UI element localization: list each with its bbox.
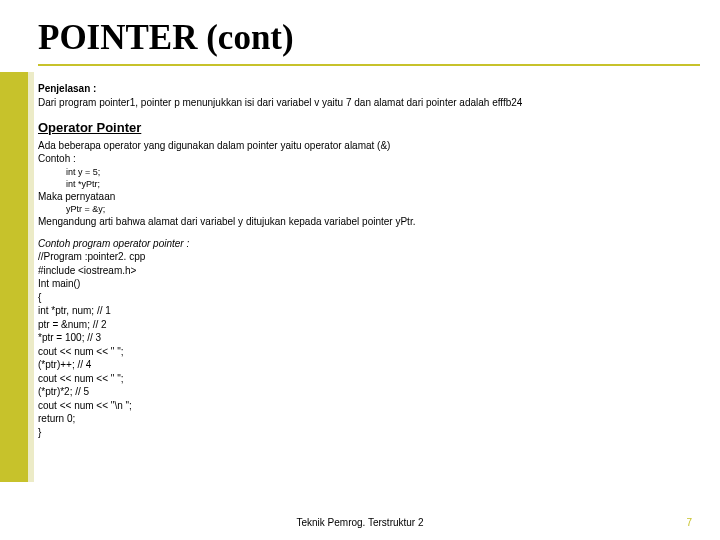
prog-line: #include <iostream.h>: [38, 264, 700, 278]
prog-line: *ptr = 100; // 3: [38, 331, 700, 345]
code-line-1: int y = 5;: [38, 166, 700, 178]
prog-line: {: [38, 291, 700, 305]
section-heading: Operator Pointer: [38, 119, 700, 137]
prog-line: int *ptr, num; // 1: [38, 304, 700, 318]
slide-content: POINTER (cont) Penjelasan : Dari program…: [38, 18, 700, 439]
prog-line: return 0;: [38, 412, 700, 426]
page-number: 7: [686, 517, 692, 528]
page-title: POINTER (cont): [38, 18, 700, 66]
maka-line: Maka pernyataan: [38, 190, 700, 204]
prog-line: cout << num << " ";: [38, 345, 700, 359]
code-line-2: int *yPtr;: [38, 178, 700, 190]
prog-line: }: [38, 426, 700, 440]
prog-line: cout << num << " ";: [38, 372, 700, 386]
program-label: Contoh program operator pointer :: [38, 237, 700, 251]
prog-line: cout << num << "\n ";: [38, 399, 700, 413]
footer-center: Teknik Pemrog. Terstruktur 2: [0, 517, 720, 528]
prog-line: //Program :pointer2. cpp: [38, 250, 700, 264]
prog-line: Int main(): [38, 277, 700, 291]
meaning-line: Mengandung arti bahwa alamat dari variab…: [38, 215, 700, 229]
body-text: Penjelasan : Dari program pointer1, poin…: [38, 82, 700, 439]
prog-line: (*ptr)++; // 4: [38, 358, 700, 372]
penjelasan-label: Penjelasan :: [38, 82, 700, 96]
accent-bar: [0, 72, 28, 482]
prog-line: ptr = &num; // 2: [38, 318, 700, 332]
penjelasan-text: Dari program pointer1, pointer p menunju…: [38, 96, 700, 110]
prog-line: (*ptr)*2; // 5: [38, 385, 700, 399]
operator-line1: Ada beberapa operator yang digunakan dal…: [38, 139, 700, 153]
code-line-3: yPtr = &y;: [38, 203, 700, 215]
contoh-label: Contoh :: [38, 152, 700, 166]
